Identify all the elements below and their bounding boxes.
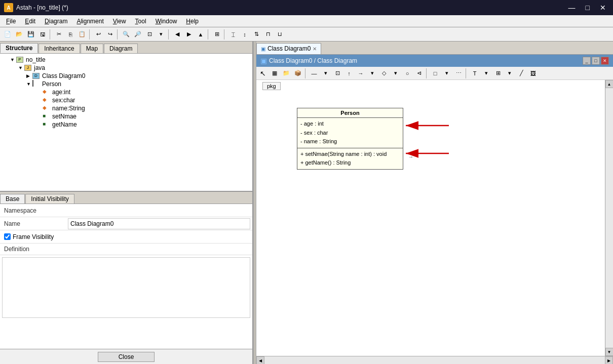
dt-diamond[interactable]: ◇ [378,68,390,79]
name-value[interactable] [66,218,252,229]
toolbar-zoomfit[interactable]: ⊡ [144,29,155,40]
dt-line[interactable]: — [309,68,320,79]
dt-folder[interactable]: 📁 [281,68,292,79]
toolbar-more1[interactable]: ⌶ [227,29,239,40]
dt-line2[interactable]: ▾ [320,68,331,79]
dt-box[interactable]: ⊡ [332,68,343,79]
toolbar-save[interactable]: 💾 [25,29,36,40]
structure-panel: Structure Inheritance Map Diagram ▼ P no… [0,42,252,192]
arrow-person[interactable]: ▼ [26,82,32,87]
tab-map[interactable]: Map [81,44,103,53]
dt-pkg[interactable]: 📦 [292,68,303,79]
tree-item-java[interactable]: ▼ J java [2,64,250,72]
framevis-checkbox[interactable] [4,233,11,240]
toolbar-undo[interactable]: ↩ [93,29,104,40]
props-tab-visibility[interactable]: Initial Visibility [25,194,74,204]
menu-window[interactable]: Window [151,17,181,26]
vscroll-track[interactable] [606,88,613,348]
hscroll-left[interactable]: ◀ [256,356,264,364]
toolbar-more5[interactable]: ⊔ [274,29,285,40]
hscroll-right[interactable]: ▶ [605,356,613,364]
name-input[interactable] [68,218,250,229]
toolbar-more3[interactable]: ⇅ [251,29,262,40]
toolbar-more4[interactable]: ⊓ [262,29,274,40]
menu-view[interactable]: View [109,17,130,26]
menu-alignment[interactable]: Alignment [72,17,107,26]
dt-diamond2[interactable]: ▾ [390,68,401,79]
toolbar-redo[interactable]: ↪ [104,29,116,40]
menu-diagram[interactable]: Diagram [41,17,71,26]
toolbar-zoomout[interactable]: 🔎 [132,29,143,40]
toolbar-save2[interactable]: 🖫 [37,29,48,40]
tab-inheritance[interactable]: Inheritance [39,44,80,53]
tree-item-name[interactable]: ◆ name:String [2,104,250,112]
toolbar-copy[interactable]: ⎘ [65,29,76,40]
app-icon: A [4,3,13,12]
arrow-cd0[interactable]: ▶ [26,73,32,78]
diagram-tab-close[interactable]: ✕ [313,46,317,52]
diagram-close-btn[interactable]: ✕ [601,57,609,65]
toolbar-nav-up[interactable]: ▲ [195,29,206,40]
tree-item-setNmae[interactable]: ■ setNmae [2,112,250,120]
close-window-button[interactable]: ✕ [597,3,609,13]
maximize-button[interactable]: □ [583,3,593,13]
diagram-restore-btn[interactable]: □ [592,57,600,65]
menu-file[interactable]: File [2,17,20,26]
tree-item-getName[interactable]: ■ getName [2,120,250,129]
arrow-java[interactable]: ▼ [18,65,24,70]
tree-item-age[interactable]: ◆ age:int [2,88,250,96]
toolbar-paste[interactable]: 📋 [76,29,88,40]
dt-rectbig2[interactable]: ▾ [504,68,515,79]
pkg-tab[interactable]: pkg [262,82,281,90]
toolbar-grid[interactable]: ⊞ [211,29,222,40]
uml-class-person[interactable]: Person - age : int - sex : char - name :… [297,108,403,170]
dt-cross[interactable]: ╱ [516,68,527,79]
canvas-area[interactable]: pkg Person - age : int - sex : char - na… [256,80,605,356]
dt-arrow2[interactable]: ▾ [367,68,378,79]
definition-textarea[interactable] [2,257,250,318]
tree-item-sex[interactable]: ◆ sex:char [2,96,250,104]
toolbar-more2[interactable]: ↕ [239,29,250,40]
tree-item-root[interactable]: ▼ P no_title [2,56,250,64]
dt-rect2[interactable]: ▾ [441,68,452,79]
menu-help[interactable]: Help [182,17,203,26]
toolbar-zoomin[interactable]: 🔍 [121,29,132,40]
dt-arrow[interactable]: → [355,68,366,79]
vscroll-down[interactable]: ▼ [605,348,614,356]
props-tab-base[interactable]: Base [0,194,25,204]
dt-T[interactable]: T [469,68,480,79]
close-btn-row: Close [0,349,252,364]
toolbar-combo[interactable]: ▾ [156,29,167,40]
dt-img[interactable]: 🖼 [527,68,539,79]
tree-item-cd0[interactable]: ▶ D Class Diagram0 [2,72,250,80]
toolbar-new[interactable]: 📄 [2,29,13,40]
dt-select[interactable]: ↖ [257,68,269,79]
toolbar-open[interactable]: 📂 [14,29,25,40]
diagram-tab-cd0[interactable]: ▣ Class Diagram0 ✕ [256,43,321,54]
diagram-minimize-btn[interactable]: _ [583,57,591,65]
toolbar-sep3 [117,29,119,39]
arrow-root[interactable]: ▼ [10,57,16,62]
toolbar-nav-back[interactable]: ◀ [172,29,183,40]
dt-up[interactable]: ↑ [343,68,355,79]
dt-gen[interactable]: ⊲ [413,68,425,79]
minimize-button[interactable]: — [565,3,579,13]
tree-item-person[interactable]: ▼ Person [2,80,250,88]
toolbar-cut[interactable]: ✂ [53,29,64,40]
close-button[interactable]: Close [98,352,155,362]
tab-structure[interactable]: Structure [0,43,38,53]
vscroll: ▲ ▼ [605,80,613,356]
dt-table[interactable]: ▦ [269,68,280,79]
tab-diagram[interactable]: Diagram [104,44,138,53]
hscroll-track[interactable] [264,356,605,364]
dt-circle[interactable]: ○ [402,68,413,79]
toolbar-nav-fwd[interactable]: ▶ [183,29,195,40]
menu-tool[interactable]: Tool [131,17,150,26]
dt-T2[interactable]: ▾ [481,68,492,79]
dt-rect[interactable]: □ [430,68,441,79]
menu-edit[interactable]: Edit [21,17,40,26]
dt-rectbig[interactable]: ⊞ [492,68,504,79]
dt-more1[interactable]: ⋯ [453,68,464,79]
diagram-header-controls: _ □ ✕ [583,57,609,65]
vscroll-up[interactable]: ▲ [605,80,614,88]
